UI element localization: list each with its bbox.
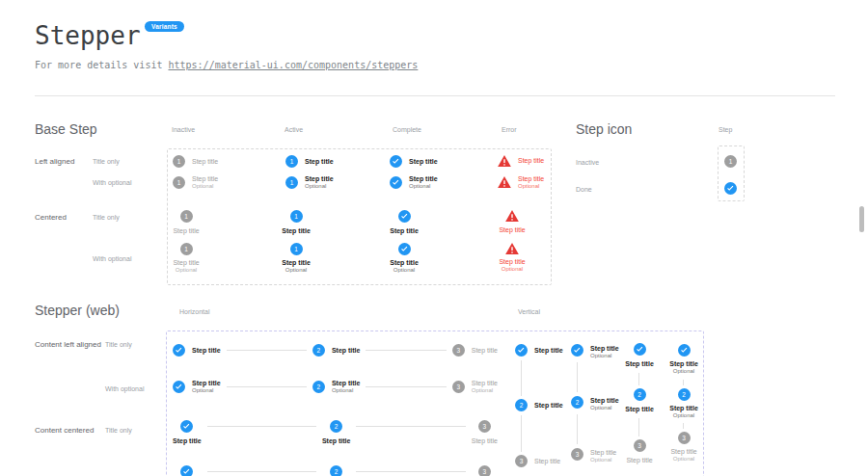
docs-link[interactable]: https://material-ui.com/components/stepp… xyxy=(168,60,418,70)
check-icon xyxy=(634,343,646,356)
step-title: Step title xyxy=(192,174,218,183)
stepper-spec-page: Stepper Variants For more details visit … xyxy=(0,0,868,476)
step-connector xyxy=(521,415,522,452)
check-icon xyxy=(173,381,185,393)
row-label-inactive: Inactive xyxy=(576,159,599,166)
column-header-complete: Complete xyxy=(393,126,421,133)
step-optional: Optional xyxy=(673,456,694,463)
error-icon xyxy=(498,176,511,188)
step-inactive-optional: 1 Step titleOptional xyxy=(173,174,218,191)
row-sublabel-title-only: Title only xyxy=(105,341,132,348)
column-header-horizontal: Horizontal xyxy=(179,308,210,315)
step-active: 1 Step title xyxy=(285,155,334,168)
step-number-icon: 2 xyxy=(571,396,583,409)
step-number-icon: 1 xyxy=(285,176,298,189)
step-connector xyxy=(577,414,578,444)
step-inactive: 3 Step title xyxy=(452,344,498,357)
step-icon-inactive: 1 xyxy=(724,155,737,168)
step-optional: Optional xyxy=(590,457,616,464)
check-icon xyxy=(398,243,411,255)
step-number-icon: 1 xyxy=(173,176,185,189)
check-icon xyxy=(398,210,411,223)
step-title: Step title xyxy=(626,456,652,464)
step-inactive-optional: 3 Step titleOptional xyxy=(571,448,616,464)
row-sublabel-with-optional: With optional xyxy=(93,179,131,186)
step-title: Step title xyxy=(625,405,654,413)
horizontal-stepper-with-optional: Step titleOptional 2 Step titleOptional … xyxy=(173,379,498,395)
step-optional: Optional xyxy=(673,368,694,376)
subtitle: For more details visit https://material-… xyxy=(35,60,418,70)
step-connector xyxy=(356,426,465,427)
step-inactive-centered: 1 Step title xyxy=(157,210,215,235)
row-label-content-left-aligned: Content left aligned xyxy=(35,340,101,349)
step-inactive: 3 Step title xyxy=(515,455,560,467)
horizontal-stepper-title-only: Step title 2 Step title 3 Step title xyxy=(173,344,498,357)
check-icon xyxy=(180,420,193,433)
vertical-stepper-title-only: Step title 2 Step title 3 Step title xyxy=(515,344,571,476)
step-connector xyxy=(683,380,684,385)
step-number-icon: 3 xyxy=(478,465,491,476)
step-optional: Optional xyxy=(518,183,544,191)
step-title: Step title xyxy=(534,457,560,465)
step-number-icon: 3 xyxy=(452,344,465,357)
step-error-centered: Step title xyxy=(483,210,541,234)
step-active: 2 Step title xyxy=(312,344,361,357)
step-title: Step title xyxy=(590,448,616,457)
column-header-error: Error xyxy=(502,126,517,133)
step-complete-optional: Step titleOptional xyxy=(173,379,221,395)
check-icon xyxy=(571,344,583,357)
step-complete: Step title xyxy=(515,344,563,357)
vertical-stepper-centered: Step title 2 Step title 3 Step title xyxy=(618,343,661,476)
step-number-icon: 1 xyxy=(290,243,303,255)
step-title: Step title xyxy=(518,156,544,165)
step-optional: Optional xyxy=(673,412,694,420)
step-title: Step title xyxy=(499,257,525,266)
step-active-centered-optional: 2 Step title Optional xyxy=(663,388,705,420)
step-number-icon: 1 xyxy=(180,243,193,255)
step-active-centered: 2 Step title xyxy=(618,388,661,413)
step-title: Step title xyxy=(534,401,563,410)
step-title: Step title xyxy=(499,225,525,234)
step-title: Step title xyxy=(669,359,698,368)
step-number-icon: 1 xyxy=(285,155,298,168)
step-title: Step title xyxy=(670,447,696,456)
step-optional: Optional xyxy=(192,183,218,191)
step-optional: Optional xyxy=(393,267,415,275)
check-icon xyxy=(724,182,737,195)
step-title: Step title xyxy=(590,396,619,405)
step-active-optional: 2 Step titleOptional xyxy=(312,379,361,395)
error-icon xyxy=(505,210,519,222)
step-complete-centered-optional: Step title Optional xyxy=(375,243,433,275)
step-title: Step title xyxy=(669,404,698,412)
page-title: Stepper xyxy=(35,21,141,50)
step-title: Step title xyxy=(173,436,202,445)
check-icon xyxy=(678,344,691,357)
column-header-vertical: Vertical xyxy=(518,308,540,315)
row-sublabel-title-only: Title only xyxy=(93,214,120,221)
step-optional: Optional xyxy=(305,183,334,191)
step-active-centered-optional: 1 Step title Optional xyxy=(267,243,325,275)
scrollbar-thumb[interactable] xyxy=(859,206,864,232)
step-active-optional: 2 Step titleOptional xyxy=(571,396,619,412)
header-divider xyxy=(35,95,835,96)
row-sublabel-title-only: Title only xyxy=(105,427,132,434)
column-header-inactive: Inactive xyxy=(172,126,195,133)
section-heading-step-icon: Step icon xyxy=(576,121,632,137)
section-heading-stepper-web: Stepper (web) xyxy=(35,303,120,318)
error-icon xyxy=(498,155,511,167)
row-sublabel-with-optional: With optional xyxy=(93,255,131,262)
step-connector xyxy=(638,373,639,385)
step-number-icon: 3 xyxy=(515,455,528,467)
step-complete-optional: Step titleOptional xyxy=(571,344,619,360)
step-optional: Optional xyxy=(590,405,619,412)
horizontal-stepper-centered-optional: Step title 2 Step title 3 Step title xyxy=(173,465,498,476)
check-icon xyxy=(390,155,402,168)
step-optional: Optional xyxy=(590,353,619,360)
step-optional: Optional xyxy=(409,183,438,191)
column-header-active: Active xyxy=(285,126,303,133)
step-error-centered-optional: Step title Optional xyxy=(483,243,541,274)
step-inactive-centered-optional: 3 Step title xyxy=(472,465,498,476)
step-title: Step title xyxy=(472,346,498,355)
step-optional: Optional xyxy=(502,266,523,274)
step-complete-centered: Step title xyxy=(375,210,433,235)
